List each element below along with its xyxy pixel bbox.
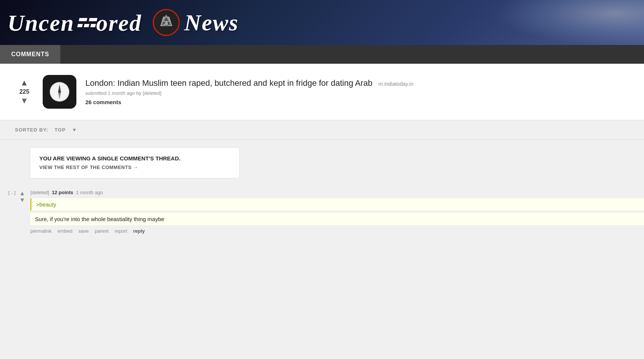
post-comments-count[interactable]: 26 comments [85,99,629,105]
report-link[interactable]: report [115,228,127,234]
vote-count: 225 [19,88,30,95]
upvote-button[interactable]: ▲ [20,79,28,87]
thread-notice-wrapper: YOU ARE VIEWING A SINGLE COMMENT'S THREA… [0,147,644,178]
parent-link[interactable]: parent [95,228,109,234]
post-info: London: Indian Muslim teen raped, butche… [85,78,629,105]
embed-link[interactable]: embed [58,228,73,234]
vote-box: ▲ 225 ▼ [15,79,34,105]
thread-notice: YOU ARE VIEWING A SINGLE COMMENT'S THREA… [30,147,240,178]
collapse-button[interactable]: [-] [7,190,16,196]
site-title: Uncen𝌂ored ⟁ News [7,9,239,36]
sort-dropdown[interactable]: SORTED BY: TOP ▼ [15,127,629,133]
reply-link[interactable]: reply [133,228,145,234]
svg-text:⟁: ⟁ [164,18,169,26]
sort-value: TOP [55,127,66,133]
comment-section: [-] ▲ ▼ [deleted] 12 points 1 month ago … [0,186,644,249]
comment-actions: permalink embed save parent report reply [30,228,644,234]
view-rest-comments-link[interactable]: VIEW THE REST OF THE COMMENTS → [39,165,138,170]
comment-points: 12 points [52,190,73,195]
comments-tab[interactable]: COMMENTS [0,45,60,64]
comment-quote: >beauty [30,198,644,211]
comment-downvote-button[interactable]: ▼ [19,197,25,203]
comment-vote-box: ▲ ▼ [19,190,25,203]
nav-bar: COMMENTS [0,45,644,64]
sort-label-text: SORTED BY: [15,127,48,133]
comment-time: 1 month ago [76,190,103,195]
permalink-link[interactable]: permalink [30,228,51,234]
downvote-button[interactable]: ▼ [20,97,28,105]
comment-header: [deleted] 12 points 1 month ago [30,190,644,195]
sort-bar: SORTED BY: TOP ▼ [0,120,644,140]
svg-point-9 [58,91,61,93]
post-source[interactable]: m.indiatoday.in [379,81,413,87]
post-meta: submitted 1 month ago by [deleted] [85,90,629,96]
post-title[interactable]: London: Indian Muslim teen raped, butche… [85,78,373,88]
comment-text: Sure, if you're into the whole beastiali… [30,213,644,225]
post-section: ▲ 225 ▼ London: Indian Muslim teen raped… [0,64,644,120]
thread-notice-title: YOU ARE VIEWING A SINGLE COMMENT'S THREA… [39,155,230,162]
comment-upvote-button[interactable]: ▲ [19,190,25,196]
post-title-row: London: Indian Muslim teen raped, butche… [85,78,629,88]
comment-body: [deleted] 12 points 1 month ago >beauty … [30,190,644,234]
title-text-part1: Uncen𝌂ored [7,9,148,36]
comment-thread: [-] ▲ ▼ [deleted] 12 points 1 month ago … [0,186,644,234]
sort-arrow-icon: ▼ [72,127,77,133]
post-thumbnail [43,75,76,109]
valknut-icon: ⟁ [157,13,175,31]
site-header: Uncen𝌂ored ⟁ News [0,0,644,45]
title-text-part2: News [184,9,239,36]
comment-author: [deleted] [30,190,49,195]
save-link[interactable]: save [78,228,88,234]
compass-icon [48,81,71,103]
header-clouds-decoration [494,0,644,45]
site-logo: ⟁ [153,9,180,36]
